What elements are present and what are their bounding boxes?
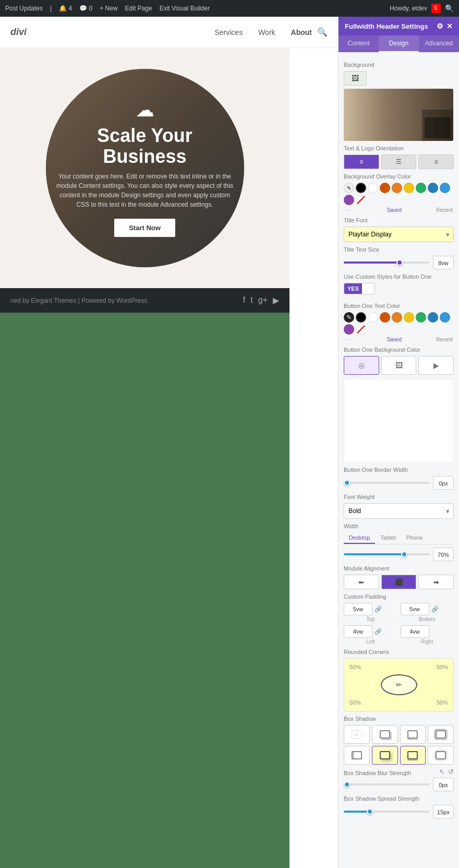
rc-tl-value[interactable]: 50% [349, 664, 361, 670]
googleplus-icon[interactable]: g+ [258, 295, 268, 305]
bs-active-option[interactable] [372, 746, 398, 765]
btn-bg-video-option[interactable]: ▶ [418, 356, 454, 375]
btn-bg-gradient-option[interactable]: ◎ [344, 356, 379, 375]
btn-swatch-white[interactable] [368, 312, 378, 323]
orient-center-button[interactable]: ☰ [381, 154, 417, 169]
box-shadow-spread-thumb[interactable] [367, 808, 373, 815]
swatch-yellow[interactable] [404, 183, 414, 193]
rss-icon[interactable]: ▶ [273, 295, 279, 305]
padding-left-input[interactable] [344, 625, 372, 638]
align-right-button[interactable]: ➡ [418, 575, 454, 589]
btn-color-dots[interactable]: ··· [345, 337, 352, 342]
site-search-button[interactable]: 🔍 [317, 27, 328, 37]
admin-exit-builder[interactable]: Exit Visual Builder [160, 5, 210, 12]
facebook-icon[interactable]: f [243, 295, 245, 305]
bs-none-option[interactable]: ⊘ [344, 725, 370, 744]
orient-left-button[interactable]: ≡ [344, 154, 379, 169]
swatch-blue-dark[interactable] [428, 183, 438, 193]
width-phone-tab[interactable]: Phone [401, 532, 428, 544]
twitter-icon[interactable]: t [250, 295, 252, 305]
width-value[interactable]: 70% [433, 548, 454, 561]
rc-br-value[interactable]: 50% [437, 699, 448, 706]
btn-bg-color-picker-area[interactable] [344, 379, 454, 462]
rc-bl-value[interactable]: 50% [349, 699, 361, 706]
align-center-button[interactable]: ⬛ [381, 575, 417, 589]
title-font-select[interactable]: Playfair Display [344, 227, 454, 242]
bs-inset-right-option[interactable] [344, 746, 370, 765]
width-desktop-tab[interactable]: Desktop [344, 532, 375, 544]
tab-design[interactable]: Design [379, 35, 419, 52]
bs-blur-reset-icon[interactable]: ↺ [448, 768, 454, 776]
box-shadow-blur-thumb[interactable] [344, 781, 350, 788]
eyedropper-swatch[interactable]: ✎ [344, 183, 354, 193]
btn-color-saved[interactable]: Saved [387, 337, 402, 342]
btn-border-width-thumb[interactable] [344, 480, 350, 486]
btn-border-width-value[interactable]: 0px [433, 476, 454, 490]
width-track[interactable] [344, 553, 430, 555]
nav-work[interactable]: Work [258, 28, 275, 37]
btn-swatch-black[interactable] [356, 312, 366, 323]
admin-new[interactable]: + New [100, 5, 117, 12]
use-custom-styles-toggle[interactable]: YES [344, 283, 375, 294]
swatch-blue[interactable] [440, 183, 450, 193]
bs-spread-option[interactable] [428, 725, 454, 744]
btn-swatch-blue-dark[interactable] [428, 312, 438, 323]
swatch-white[interactable] [368, 183, 378, 193]
orient-right-button[interactable]: ≡ [418, 154, 454, 169]
color-more-dots[interactable]: ··· [345, 207, 352, 213]
hero-cta-button[interactable]: Start Now [114, 219, 175, 237]
swatch-orange[interactable] [392, 183, 402, 193]
admin-post-updates[interactable]: Post Updates [5, 5, 43, 12]
bs-blur-cursor-icon[interactable]: ↖ [439, 768, 445, 776]
btn-swatch-yellow[interactable] [404, 312, 414, 323]
btn-border-width-track[interactable] [344, 482, 430, 484]
swatch-purple[interactable] [344, 195, 354, 205]
btn-swatch-none[interactable] [356, 324, 366, 335]
box-shadow-spread-value[interactable]: 15px [433, 805, 454, 818]
nav-about[interactable]: About [291, 28, 312, 37]
panel-settings-icon[interactable]: ⚙ [437, 22, 443, 30]
box-shadow-blur-value[interactable]: 0px [433, 778, 454, 791]
btn-swatch-purple[interactable] [344, 324, 354, 335]
bs-inset-bottom-option[interactable] [400, 746, 426, 765]
btn-eyedropper-swatch[interactable]: ✎ [344, 312, 354, 323]
bs-right-option[interactable] [372, 725, 398, 744]
box-shadow-spread-track[interactable] [344, 811, 430, 813]
padding-top-link-icon[interactable]: 🔗 [375, 606, 382, 613]
padding-bottom-input[interactable] [401, 603, 429, 615]
panel-close-icon[interactable]: ✕ [446, 22, 453, 30]
font-weight-select[interactable]: Bold Thin Light Regular Extra Bold [344, 503, 454, 519]
title-text-size-value[interactable]: 8vw [433, 256, 454, 269]
width-tablet-tab[interactable]: Tablet [375, 532, 401, 544]
padding-left-link-icon[interactable]: 🔗 [375, 628, 382, 635]
swatch-none[interactable] [356, 195, 366, 205]
swatch-black[interactable] [356, 183, 366, 193]
width-thumb[interactable] [401, 551, 407, 557]
btn-swatch-orange-dark[interactable] [380, 312, 390, 323]
btn-swatch-green[interactable] [416, 312, 426, 323]
box-shadow-blur-track[interactable] [344, 783, 430, 786]
rc-tr-value[interactable]: 50% [437, 664, 448, 670]
admin-edit-page[interactable]: Edit Page [125, 5, 152, 12]
admin-search-icon[interactable]: 🔍 [445, 4, 454, 13]
tab-content[interactable]: Content [339, 35, 379, 52]
bs-bottom-option[interactable] [400, 725, 426, 744]
padding-top-input[interactable] [344, 603, 372, 615]
align-left-button[interactable]: ⬅ [344, 575, 379, 589]
tab-advanced[interactable]: Advanced [419, 35, 459, 52]
title-text-size-track[interactable] [344, 261, 430, 264]
color-recent[interactable]: Recent [436, 207, 453, 213]
btn-color-recent[interactable]: Recent [436, 337, 453, 342]
title-text-size-thumb[interactable] [396, 259, 403, 266]
swatch-orange-dark[interactable] [380, 183, 390, 193]
btn-swatch-orange[interactable] [392, 312, 402, 323]
color-saved[interactable]: Saved [387, 207, 402, 213]
bs-outer-option[interactable] [428, 746, 454, 765]
nav-services[interactable]: Services [214, 28, 243, 37]
rc-center-handle[interactable]: ✏ [381, 674, 417, 695]
padding-bottom-link-icon[interactable]: 🔗 [431, 606, 439, 613]
background-type-button[interactable]: 🖼 [344, 71, 367, 86]
btn-swatch-blue[interactable] [440, 312, 450, 323]
background-preview-image[interactable] [344, 89, 453, 141]
padding-right-input[interactable] [401, 625, 429, 638]
